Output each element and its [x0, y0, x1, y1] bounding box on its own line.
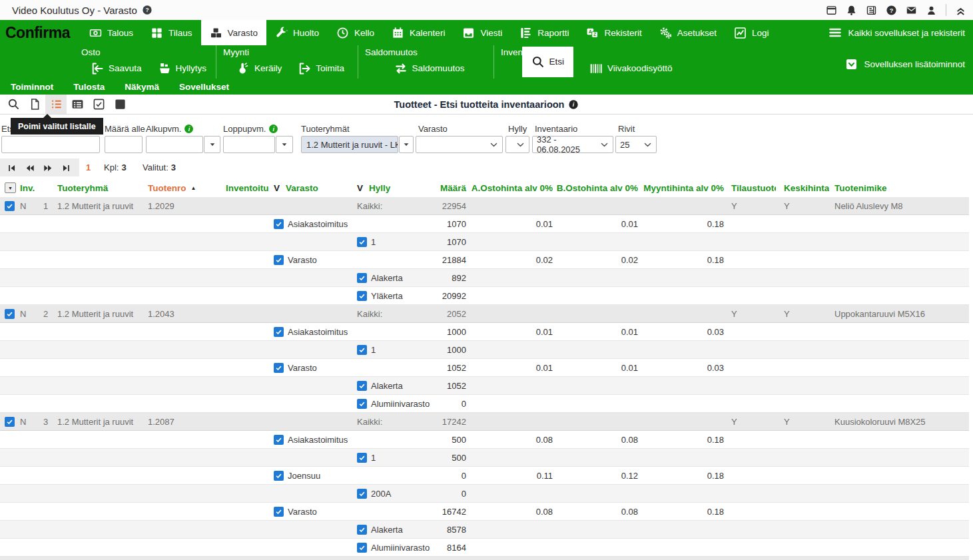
- row-checkbox[interactable]: [357, 381, 367, 391]
- nav-item-talous[interactable]: Talous: [81, 20, 142, 45]
- tuoteryhmat-dropdown-button[interactable]: [399, 136, 414, 153]
- table-row-hylly[interactable]: Alakerta8578: [0, 521, 969, 539]
- table-row-varasto[interactable]: Varasto167420.080.080.18: [0, 503, 969, 521]
- table-row-varasto[interactable]: Asiakastoimitus5000.080.080.18: [0, 431, 969, 449]
- menu-sovellukset[interactable]: Sovellukset: [179, 82, 229, 92]
- nav-item-all-apps[interactable]: Kaikki sovellukset ja rekisterit: [828, 20, 973, 45]
- row-checkbox[interactable]: [274, 435, 284, 445]
- window-icon[interactable]: [826, 5, 837, 16]
- person-icon[interactable]: [926, 5, 937, 16]
- table-row-varasto[interactable]: Varasto10520.010.010.03: [0, 359, 969, 377]
- subnav-item-hyllytys[interactable]: Hyllytys: [158, 62, 207, 75]
- row-checkbox[interactable]: [274, 327, 284, 337]
- loppupvm-input[interactable]: [223, 136, 275, 153]
- row-checkbox[interactable]: [5, 309, 15, 319]
- info-icon[interactable]: i: [568, 99, 579, 110]
- varasto-select[interactable]: [416, 136, 503, 153]
- page-prev-icon[interactable]: [25, 163, 36, 172]
- tool-search-icon[interactable]: [3, 95, 24, 114]
- select-all-dropdown[interactable]: ▼: [5, 182, 16, 193]
- tool-table-icon[interactable]: [67, 95, 88, 114]
- subnav-item-saavuta[interactable]: Saavuta: [91, 62, 142, 75]
- header-hylly[interactable]: VHylly: [355, 178, 430, 197]
- tool-checkbox-icon[interactable]: [88, 95, 109, 114]
- nav-item-tilaus[interactable]: Tilaus: [142, 20, 201, 45]
- subnav-item-viivakoodisy-tt[interactable]: Viivakoodisyöttö: [589, 62, 672, 75]
- row-checkbox[interactable]: [274, 507, 284, 517]
- page-number[interactable]: 1: [86, 162, 91, 172]
- subnav-item-saldomuutos[interactable]: Saldomuutos: [394, 62, 465, 75]
- header-b-ostohinta[interactable]: B.Ostohinta alv 0%: [553, 178, 638, 197]
- page-next-icon[interactable]: [43, 163, 54, 172]
- row-checkbox[interactable]: [274, 255, 284, 265]
- header-a-ostohinta[interactable]: A.Ostohinta alv 0%: [468, 178, 553, 197]
- help-badge-icon[interactable]: ?: [142, 5, 153, 15]
- row-checkbox[interactable]: [357, 525, 367, 535]
- subnav-item-toimita[interactable]: Toimita: [298, 62, 344, 75]
- subnav-item-ker-ily[interactable]: Keräily: [236, 62, 282, 75]
- nav-item-raportti[interactable]: Raportti: [511, 20, 577, 45]
- row-checkbox[interactable]: [357, 399, 367, 409]
- row-checkbox[interactable]: [357, 453, 367, 463]
- menu-n-kym[interactable]: Näkymä: [125, 82, 159, 92]
- header-tuoteryhma[interactable]: Tuoteryhmä: [56, 178, 147, 197]
- header-keskihinta[interactable]: Keskihinta: [776, 178, 829, 197]
- header-myyntihinta[interactable]: Myyntihinta alv 0%: [638, 178, 724, 197]
- menu-tulosta[interactable]: Tulosta: [73, 82, 105, 92]
- nav-item-logi[interactable]: Logi: [725, 20, 778, 45]
- subnav-item-more-functions[interactable]: Sovelluksen lisätoiminnot: [845, 58, 965, 71]
- newspaper-icon[interactable]: [866, 5, 877, 16]
- nav-item-huolto[interactable]: Huolto: [266, 20, 328, 45]
- row-checkbox[interactable]: [274, 219, 284, 229]
- table-row-hylly[interactable]: 11000: [0, 341, 969, 359]
- hylly-select[interactable]: [505, 136, 529, 153]
- nav-item-viesti[interactable]: Viesti: [454, 20, 511, 45]
- header-maara[interactable]: Määrä: [430, 178, 468, 197]
- header-inventoitu[interactable]: Inventoitu: [224, 178, 272, 197]
- table-row-hylly[interactable]: 1500: [0, 449, 969, 467]
- table-row-varasto[interactable]: Varasto218840.020.020.18: [0, 251, 969, 269]
- nav-item-rekisterit[interactable]: AZRekisterit: [577, 20, 650, 45]
- page-last-icon[interactable]: [61, 163, 72, 172]
- row-checkbox[interactable]: [357, 489, 367, 499]
- row-checkbox[interactable]: [357, 237, 367, 247]
- nav-item-varasto[interactable]: Varasto: [201, 20, 267, 45]
- header-inv[interactable]: Inv.: [17, 178, 39, 197]
- table-row-varasto[interactable]: Asiakastoimitus10700.010.010.18: [0, 215, 969, 233]
- table-row-hylly[interactable]: Alakerta1052: [0, 377, 969, 395]
- row-checkbox[interactable]: [5, 417, 15, 427]
- table-row-varasto[interactable]: Joensuu00.110.120.18: [0, 467, 969, 485]
- row-checkbox[interactable]: [5, 201, 15, 211]
- table-row-varasto[interactable]: Asiakastoimitus10000.010.010.03: [0, 323, 969, 341]
- inventaario-select[interactable]: 332 - 06.08.2025: [532, 136, 613, 153]
- header-varasto[interactable]: VVarasto: [272, 178, 355, 197]
- nav-item-kalenteri[interactable]: Kalenteri: [383, 20, 454, 45]
- tuoteryhmat-value[interactable]: 1.2 Mutterit ja ruuvit - LK: [301, 136, 398, 153]
- table-row-hylly[interactable]: 200A0: [0, 485, 969, 503]
- row-checkbox[interactable]: [357, 543, 367, 553]
- page-first-icon[interactable]: [7, 163, 18, 172]
- alkupvm-input[interactable]: [146, 136, 203, 153]
- table-row-main[interactable]: N21.2 Mutterit ja ruuvit1.2043Kaikki:205…: [0, 305, 969, 323]
- question-circle-icon[interactable]: ?: [886, 5, 897, 16]
- row-checkbox[interactable]: [357, 291, 367, 301]
- tool-file-icon[interactable]: [24, 95, 45, 114]
- nav-item-kello[interactable]: Kello: [328, 20, 383, 45]
- header-tilaustuote[interactable]: Tilaustuote: [724, 178, 776, 197]
- alkupvm-dropdown-button[interactable]: [204, 136, 220, 153]
- etsi-input[interactable]: [1, 136, 100, 153]
- envelope-icon[interactable]: [906, 5, 917, 16]
- row-checkbox[interactable]: [357, 273, 367, 283]
- table-row-hylly[interactable]: Alakerta892: [0, 269, 969, 287]
- subnav-item-etsi[interactable]: Etsi: [522, 47, 574, 77]
- rivit-select[interactable]: 25: [615, 136, 657, 153]
- table-row-main[interactable]: N31.2 Mutterit ja ruuvit1.2087Kaikki:172…: [0, 413, 969, 431]
- maara-alle-input[interactable]: [105, 136, 143, 153]
- table-row-hylly[interactable]: Yläkerta20992: [0, 287, 969, 305]
- nav-item-asetukset[interactable]: Asetukset: [651, 20, 725, 45]
- bell-icon[interactable]: [846, 5, 857, 16]
- row-checkbox[interactable]: [357, 345, 367, 355]
- header-tuotenimike[interactable]: Tuotenimike: [829, 178, 969, 197]
- table-row-hylly[interactable]: 11070: [0, 233, 969, 251]
- table-row-hylly[interactable]: Alumiinivarasto0: [0, 395, 969, 413]
